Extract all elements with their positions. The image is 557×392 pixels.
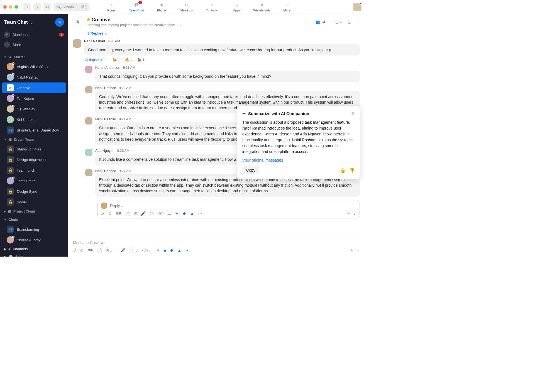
thread-replies-link[interactable]: 8 Replies ⌄ [87,31,360,35]
channel-hash-icon: # [73,17,83,27]
sidebar-apps[interactable]: ▶💬Apps [0,253,68,257]
sidebar-item-design-insp[interactable]: 🔒Design Inspiration [2,154,66,165]
chevron-down-icon[interactable]: ⌄ [30,20,33,25]
chevron-right-icon[interactable]: › [180,23,181,27]
screenshot-icon[interactable]: ⎘ [134,211,137,216]
avatar[interactable] [85,149,92,156]
nav-more[interactable]: ⋯More [278,2,295,12]
collapse-all-link[interactable]: Collapse all ⌃ [85,58,108,62]
more-icon[interactable]: ⋯ [198,211,202,216]
sidebar-item-jamil[interactable]: Jamil Smith [2,176,66,186]
global-search[interactable]: 🔍 Search ⌘F [53,3,90,11]
drive-icon[interactable]: ▲ [177,248,182,253]
nav-apps[interactable]: ⊞Apps [228,2,245,12]
sidebar-item-lunch[interactable]: 🔒Team lunch [2,165,66,176]
sidebar-item-ct[interactable]: CT Wiseley [2,104,66,114]
sidebar-item-design-sync[interactable]: 🔒Design Sync [2,186,66,197]
star-icon[interactable]: ★ [86,17,91,23]
close-window[interactable] [3,5,7,9]
send-icon[interactable]: ➤ [350,248,353,253]
section-chats[interactable]: ▼Chats [0,216,68,224]
nav-contacts[interactable]: ☺Contacts [203,2,220,12]
sidebar-item-kei[interactable]: Kei Umeko [2,114,66,125]
send-options-icon[interactable]: ⌄ [356,248,360,253]
profile-avatar[interactable] [353,3,361,11]
sidebar-item-virginia[interactable]: Virginia Willis (You) [2,61,66,72]
screenshot-icon[interactable]: ⎘ ⌄ [106,248,112,253]
drive-icon[interactable]: ▲ [190,211,194,216]
history-button[interactable]: ↻ [43,3,51,11]
sidebar-more[interactable]: ⋯ More [0,40,68,50]
audio-icon[interactable]: 🎤 [120,248,126,253]
format-icon[interactable]: 𝒯 [73,248,76,253]
sidebar-item-social[interactable]: 🔒Social [2,197,66,207]
nav-whiteboards[interactable]: ▭Whiteboards [253,2,270,12]
reaction[interactable]: 🔥1 [125,58,132,62]
thread-reply-input[interactable] [110,203,356,208]
avatar[interactable] [85,86,92,93]
copy-button[interactable]: Copy [242,166,259,174]
video-call-button[interactable]: ▢ ⌄ [335,20,343,24]
avatar[interactable] [85,66,92,73]
channel-more-button[interactable]: ⋯ [356,20,360,24]
sidebar-item-nabil[interactable]: Nabil Rashad [2,72,66,82]
avatar[interactable] [73,39,81,48]
mentions-badge: 1 [59,33,64,36]
nav-meetings[interactable]: ▢Meetings [178,2,195,12]
compose-button[interactable]: ✎ [55,18,64,27]
gif-icon[interactable]: GIF [88,249,93,252]
sidebar-item-group[interactable]: 👥Shante Elena, Daniel Bow... [2,125,66,135]
calendar-button[interactable]: ▢ [348,20,351,24]
avatar[interactable] [85,117,92,125]
nav-team-chat[interactable]: 1💬Team Chat [128,2,145,12]
send-icon[interactable]: ➤ [347,211,350,216]
sidebar: Team Chat ⌄ ✎ @ Mentions 1 ⋯ More ▼★Star… [0,14,68,257]
sidebar-item-tori[interactable]: Tori Kojuro [2,93,66,104]
avatar[interactable] [85,169,92,176]
search-placeholder: Search [62,5,74,9]
ai-icon[interactable]: ✦ [156,248,160,253]
send-options-icon[interactable]: ⌄ [353,211,356,216]
format-icon[interactable]: 𝒯 [101,211,104,216]
sidebar-channels[interactable]: ▶#Channels [0,245,68,253]
view-original-link[interactable]: View original messages [242,158,283,162]
file-icon[interactable]: 📄 [97,248,102,253]
gif-icon[interactable]: GIF [116,212,121,215]
compose-input[interactable]: Message Creative [73,240,360,245]
close-icon[interactable]: ✕ [351,111,355,116]
app-icon[interactable]: ■ [164,248,166,253]
sidebar-item-creative[interactable]: #Creative [2,82,66,93]
emoji-icon[interactable]: ☺ [80,248,84,253]
more-icon[interactable]: ⋯ [185,248,190,253]
thumbs-down-icon[interactable]: 👎 [349,168,355,173]
section-dream-team[interactable]: ▼▣Dream Team [0,135,68,144]
nav-home[interactable]: ⌂Home [103,2,120,12]
section-starred[interactable]: ▼★Starred [0,53,68,61]
code-icon[interactable]: </> [158,211,164,216]
sidebar-item-brainstorming[interactable]: 👥Brainstorming [2,224,66,235]
minimize-window[interactable] [9,5,12,9]
ai-icon[interactable]: ✦ [175,211,179,216]
code-icon[interactable]: </> [142,248,148,253]
nav-phone[interactable]: ✆Phone [153,2,170,12]
reaction[interactable]: 🦆1 [137,58,144,62]
video-record-icon[interactable]: ▢ [150,211,154,216]
app-icon-2[interactable]: ◆ [170,248,174,253]
maximize-window[interactable] [14,5,18,9]
emoji-icon[interactable]: ☺ [108,211,112,216]
sidebar-title: Team Chat [4,20,28,25]
video-record-icon[interactable]: ▢ ⌄ [130,248,138,253]
file-icon[interactable]: 📄 [125,211,130,216]
sidebar-item-sheree[interactable]: Sheree Aubrey [2,235,66,245]
audio-icon[interactable]: 🎤 [141,211,146,216]
thumbs-up-icon[interactable]: 👍 [340,168,345,173]
nav-back-button[interactable]: ‹ [23,3,31,11]
nav-forward-button[interactable]: › [33,3,41,11]
sidebar-item-standup[interactable]: 🔒Stand-up notes [2,144,66,154]
app-icon[interactable]: ◆ [183,211,186,216]
members-button[interactable]: 👥 14 [316,20,325,24]
sidebar-mentions[interactable]: @ Mentions 1 [0,30,68,40]
section-project-cloud[interactable]: ▶▣Project Cloud [0,207,68,216]
screen-icon[interactable]: ▭ [167,211,171,216]
reaction[interactable]: 🐝1 [113,58,120,62]
